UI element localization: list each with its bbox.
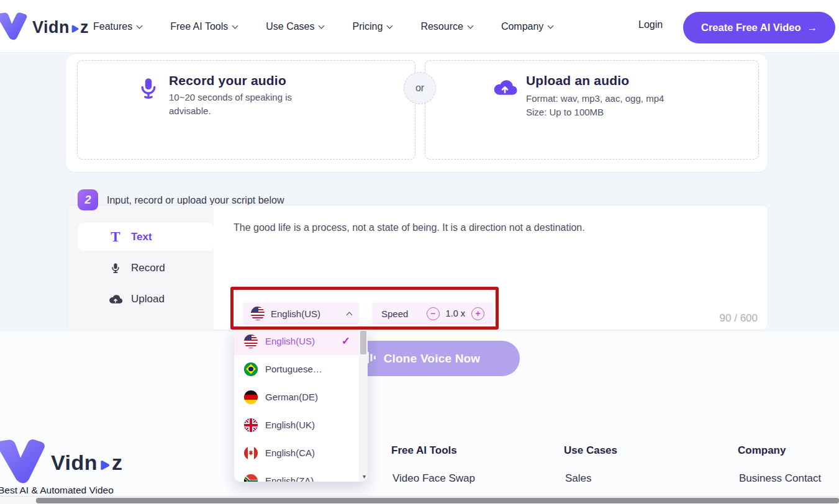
chevron-up-icon xyxy=(347,312,353,318)
dropdown-option-english-ca[interactable]: English(CA) xyxy=(234,439,359,467)
canada-flag-icon xyxy=(244,446,258,460)
footer-link-business-contact[interactable]: Business Contact xyxy=(739,472,821,485)
upload-card-size: Size: Up to 100MB xyxy=(526,106,604,119)
footer-heading-use-cases: Use Cases xyxy=(564,444,617,457)
chevron-down-icon xyxy=(137,22,143,29)
logo-play-icon xyxy=(99,452,111,476)
language-dropdown: English(US) ✓ Portuguese… German(DE) Eng… xyxy=(234,327,368,482)
cloud-upload-icon xyxy=(103,294,128,305)
audio-input-card: Record your audio 10~20 seconds of speak… xyxy=(65,53,768,173)
language-select[interactable]: English(US) xyxy=(243,302,360,325)
chevron-down-icon xyxy=(319,22,325,29)
step-2-badge: 2 xyxy=(78,189,98,210)
nav-item-features[interactable]: Features xyxy=(93,21,142,32)
check-icon: ✓ xyxy=(342,335,350,348)
us-flag-icon xyxy=(251,307,265,320)
script-panel: T Text Record xyxy=(66,205,768,330)
uk-flag-icon xyxy=(244,418,258,432)
footer-heading-free-ai-tools: Free AI Tools xyxy=(391,444,457,457)
character-counter: 90 / 600 xyxy=(720,312,758,325)
main-nav: Features Free AI Tools Use Cases Pricing… xyxy=(93,0,553,53)
vidnoz-logo-icon xyxy=(0,436,47,488)
record-card-description: 10~20 seconds of speaking is advisable. xyxy=(169,91,304,118)
upload-card-title: Upload an audio xyxy=(526,73,629,88)
top-navbar: Vidn z Features Free AI Tools Use Cases … xyxy=(0,0,839,53)
footer-link-sales[interactable]: Sales xyxy=(565,472,592,485)
nav-item-resource[interactable]: Resource xyxy=(420,21,472,32)
south-africa-flag-icon xyxy=(244,474,258,482)
footer-tagline: Best AI & Automated Video xyxy=(0,485,114,496)
dropdown-option-english-uk[interactable]: English(UK) xyxy=(234,411,359,439)
brazil-flag-icon xyxy=(244,362,258,376)
tab-upload[interactable]: Upload xyxy=(78,285,214,313)
dropdown-scrollbar-thumb[interactable] xyxy=(360,331,366,354)
dropdown-option-english-za[interactable]: English(ZA) xyxy=(234,467,359,482)
vidnoz-logo-icon xyxy=(0,11,29,44)
script-panel-sidebar: T Text Record xyxy=(67,205,214,330)
horizontal-scrollbar-thumb[interactable] xyxy=(36,498,839,503)
chevron-down-icon xyxy=(467,22,473,29)
dropdown-option-english-us[interactable]: English(US) ✓ xyxy=(234,327,359,355)
login-link[interactable]: Login xyxy=(638,19,663,30)
nav-item-company[interactable]: Company xyxy=(501,21,553,32)
upload-audio-dropzone[interactable]: Upload an audio Format: wav, mp3, aac, o… xyxy=(425,60,759,160)
speed-control: Speed − 1.0 x + xyxy=(372,302,494,325)
scroll-down-icon[interactable]: ▾ xyxy=(363,473,366,480)
dropdown-scrollbar[interactable]: ▾ xyxy=(359,327,368,482)
chevron-down-icon xyxy=(232,22,238,29)
chevron-down-icon xyxy=(548,22,554,29)
arrow-right-icon: → xyxy=(807,22,817,34)
speed-minus-button[interactable]: − xyxy=(427,307,440,320)
speed-plus-button[interactable]: + xyxy=(471,307,484,320)
record-audio-dropzone[interactable]: Record your audio 10~20 seconds of speak… xyxy=(77,60,415,160)
nav-item-use-cases[interactable]: Use Cases xyxy=(266,21,324,32)
tab-record[interactable]: Record xyxy=(78,254,214,282)
nav-item-pricing[interactable]: Pricing xyxy=(352,21,392,32)
cloud-upload-icon xyxy=(492,78,518,100)
upload-card-format: Format: wav, mp3, aac, ogg, mp4 xyxy=(526,92,664,106)
microphone-icon xyxy=(103,261,128,275)
create-free-ai-video-button[interactable]: Create Free AI Video → xyxy=(683,12,835,43)
dropdown-option-german-de[interactable]: German(DE) xyxy=(234,383,359,411)
germany-flag-icon xyxy=(244,390,258,404)
logo-play-icon xyxy=(70,19,79,38)
nav-item-free-ai-tools[interactable]: Free AI Tools xyxy=(170,21,237,32)
footer-heading-company: Company xyxy=(738,444,786,457)
vidnoz-logo[interactable]: Vidn z xyxy=(0,11,89,44)
or-divider: or xyxy=(404,72,436,104)
chevron-down-icon xyxy=(387,22,393,29)
speed-label: Speed xyxy=(381,308,408,319)
footer-vidnoz-logo[interactable]: Vidn z xyxy=(0,436,123,488)
vidnoz-logo-text: Vidn z xyxy=(51,449,123,476)
dropdown-option-portuguese[interactable]: Portuguese… xyxy=(234,355,359,383)
page: Vidn z Features Free AI Tools Use Cases … xyxy=(0,0,839,504)
script-textarea[interactable]: The good life is a process, not a state … xyxy=(234,222,749,233)
record-card-title: Record your audio xyxy=(169,73,286,88)
text-icon: T xyxy=(103,230,128,244)
tab-text[interactable]: T Text xyxy=(78,223,214,251)
microphone-icon xyxy=(137,74,160,104)
vidnoz-logo-text: Vidn z xyxy=(32,17,89,38)
horizontal-scrollbar[interactable] xyxy=(0,496,839,504)
speed-value: 1.0 x xyxy=(446,308,465,318)
footer-link-video-face-swap[interactable]: Video Face Swap xyxy=(392,472,475,485)
us-flag-icon xyxy=(244,335,258,348)
